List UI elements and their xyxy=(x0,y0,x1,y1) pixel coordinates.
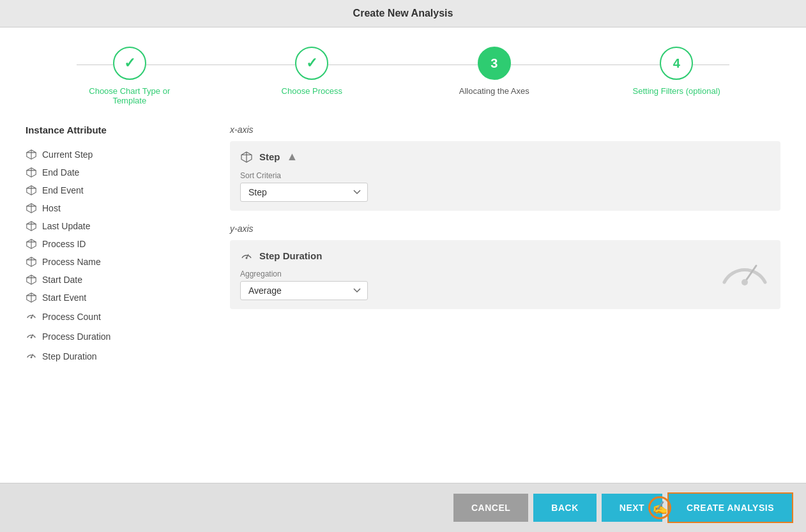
bottom-bar: CANCEL BACK NEXT ✍ CREATE ANALYSIS xyxy=(0,483,806,532)
main-content: ✓ Choose Chart Type or Template ✓ Choose… xyxy=(0,27,806,483)
step-2-checkmark: ✓ xyxy=(306,55,317,72)
step-1-label: Choose Chart Type or Template xyxy=(82,86,178,105)
dialog-title: Create New Analysis xyxy=(0,0,806,27)
attr-end-date[interactable]: End Date xyxy=(26,163,204,181)
y-axis-label: y-axis xyxy=(230,224,780,234)
cube-icon-process-name xyxy=(26,256,37,268)
attr-step-duration[interactable]: Step Duration xyxy=(26,346,204,366)
cube-icon-start-date xyxy=(26,274,37,285)
aggregation-label: Aggregation xyxy=(240,270,706,278)
svg-point-1 xyxy=(31,337,33,338)
x-axis-label: x-axis xyxy=(230,125,780,135)
sort-criteria-label: Sort Criteria xyxy=(240,171,770,180)
step-3: 3 Allocating the Axes xyxy=(403,47,586,96)
gauge-icon-step-duration-card xyxy=(240,249,253,262)
aggregation-select[interactable]: Average Sum Min Max Count xyxy=(240,281,368,300)
attr-process-duration[interactable]: Process Duration xyxy=(26,326,204,346)
svg-point-4 xyxy=(741,279,748,285)
body-area: Instance Attribute Current Step xyxy=(0,118,806,483)
y-axis-left: Step Duration Aggregation Average Sum Mi… xyxy=(240,249,706,300)
cube-icon-host xyxy=(26,202,37,214)
svg-point-2 xyxy=(31,356,33,358)
attribute-list: Current Step End Date xyxy=(26,146,204,366)
step-3-number: 3 xyxy=(490,56,498,71)
x-axis-card-title: Step xyxy=(259,151,280,162)
step-4-circle: 4 xyxy=(660,47,693,80)
sort-criteria-row: Step Name Count Duration xyxy=(240,183,770,202)
x-axis-card-header: Step ▲ xyxy=(240,150,770,163)
stepper: ✓ Choose Chart Type or Template ✓ Choose… xyxy=(0,27,806,118)
cube-icon-start-event xyxy=(26,292,37,303)
attr-last-update[interactable]: Last Update xyxy=(26,217,204,235)
step-4: 4 Setting Filters (optional) xyxy=(586,47,768,96)
instance-attribute-title: Instance Attribute xyxy=(26,125,204,135)
gauge-icon-process-duration xyxy=(26,330,37,343)
gauge-large-icon xyxy=(719,252,770,289)
cube-icon-process-id xyxy=(26,238,37,250)
left-panel: Instance Attribute Current Step xyxy=(26,125,204,476)
attr-end-event[interactable]: End Event xyxy=(26,181,204,199)
step-1-checkmark: ✓ xyxy=(124,55,135,72)
attr-current-step[interactable]: Current Step xyxy=(26,146,204,163)
svg-point-0 xyxy=(31,317,33,319)
right-panel: x-axis Step ▲ Sort Criteria Step xyxy=(230,125,780,476)
gauge-icon-process-count xyxy=(26,310,37,323)
step-2-label: Choose Process xyxy=(282,86,342,96)
attr-start-date[interactable]: Start Date xyxy=(26,271,204,289)
y-axis-card-inner: Step Duration Aggregation Average Sum Mi… xyxy=(240,249,770,300)
y-axis-card: Step Duration Aggregation Average Sum Mi… xyxy=(230,240,780,309)
cube-icon-last-update xyxy=(26,220,37,232)
sort-up-icon[interactable]: ▲ xyxy=(287,150,298,163)
title-text: Create New Analysis xyxy=(353,8,453,19)
step-2-circle: ✓ xyxy=(295,47,328,80)
cube-icon-step xyxy=(240,151,253,163)
step-2: ✓ Choose Process xyxy=(221,47,404,96)
step-3-label: Allocating the Axes xyxy=(459,86,529,96)
step-4-label: Setting Filters (optional) xyxy=(633,86,720,96)
step-4-number: 4 xyxy=(673,56,680,71)
step-1: ✓ Choose Chart Type or Template xyxy=(38,47,221,105)
next-button[interactable]: NEXT xyxy=(602,494,662,522)
attr-host[interactable]: Host xyxy=(26,199,204,217)
step-1-circle: ✓ xyxy=(113,47,146,80)
aggregation-row: Average Sum Min Max Count xyxy=(240,281,706,300)
sort-criteria-select[interactable]: Step Name Count Duration xyxy=(240,183,368,202)
create-analysis-button[interactable]: CREATE ANALYSIS xyxy=(667,492,793,523)
gauge-icon-step-duration xyxy=(26,349,37,363)
cancel-button[interactable]: CANCEL xyxy=(453,494,528,522)
svg-point-3 xyxy=(246,257,248,259)
cube-icon-current-step xyxy=(26,149,37,160)
back-button[interactable]: BACK xyxy=(533,494,596,522)
next-button-wrapper: NEXT ✍ xyxy=(602,494,662,522)
y-axis-card-header: Step Duration xyxy=(240,249,706,262)
step-3-circle: 3 xyxy=(478,47,511,80)
cube-icon-end-event xyxy=(26,185,37,196)
cube-icon-end-date xyxy=(26,167,37,178)
x-axis-card: Step ▲ Sort Criteria Step Name Count Dur… xyxy=(230,141,780,211)
attr-process-name[interactable]: Process Name xyxy=(26,253,204,271)
y-axis-card-title: Step Duration xyxy=(259,250,322,261)
attr-process-id[interactable]: Process ID xyxy=(26,235,204,253)
attr-start-event[interactable]: Start Event xyxy=(26,289,204,307)
attr-process-count[interactable]: Process Count xyxy=(26,307,204,326)
